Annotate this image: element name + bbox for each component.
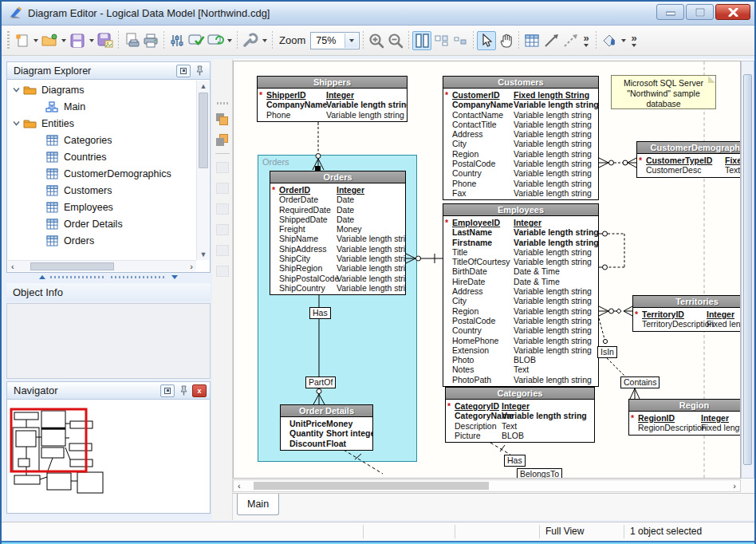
new-relationship-button[interactable] [541,31,561,50]
canvas-scroll-right-icon[interactable]: › [733,481,736,491]
entity-customers[interactable]: Customers*CustomerIDFixed length StringC… [443,76,599,200]
toolbar-overflow2-chevron[interactable]: » [632,34,637,42]
regenerate-button[interactable] [206,31,225,50]
close-button[interactable] [715,4,750,20]
diagram-explorer-header[interactable]: Diagram Explorer [6,61,211,80]
relationship-label-isin[interactable]: IsIn [597,346,617,358]
print-button[interactable] [141,31,160,50]
zoom-out-button[interactable] [386,31,405,50]
diagram-properties-button[interactable] [167,31,187,50]
tree-item-customerdemographics[interactable]: CustomerDemographics [9,165,195,182]
save-dropdown[interactable] [87,31,96,50]
select-tool-button[interactable] [477,31,496,50]
new-diagram-button[interactable] [12,31,31,50]
align-top-button[interactable] [214,220,231,239]
format-painter-dropdown[interactable] [619,31,628,50]
title-bar[interactable]: Diagram Editor - Logical Data Model [Nor… [2,2,754,26]
align-bottom-button[interactable] [214,262,231,281]
entity-employees[interactable]: Employees*EmployeeIDIntegerLastNameVaria… [443,203,599,387]
new-diagram-dropdown[interactable] [31,31,40,50]
new-nonidentifying-relationship-button[interactable] [561,31,580,50]
entity-region[interactable]: Region*RegionIDIntegerRegionDescriptionF… [628,399,741,436]
view-small-button[interactable] [451,31,470,50]
navigator-thumbnail[interactable] [6,400,211,514]
align-center-button[interactable] [214,179,231,198]
side-toolbar-grip[interactable] [217,102,228,104]
tree-hscroll-thumb[interactable] [30,262,114,270]
tools-dropdown[interactable] [260,31,269,50]
tree-item-main[interactable]: Main [9,98,195,115]
view-full-button[interactable] [412,31,431,50]
open-button[interactable] [40,31,59,50]
entity-territories[interactable]: Territories*TerritoryIDIntegerTerritoryD… [632,295,741,332]
canvas-vertical-scrollbar[interactable] [741,61,754,479]
tree-horizontal-scrollbar[interactable]: ‹ › [8,260,196,271]
scroll-right-icon[interactable]: › [190,262,193,271]
toolbar-grip[interactable] [7,31,10,50]
zoom-combobox[interactable]: 75% [310,32,360,49]
toolbar-overflow-chevron[interactable]: » [584,34,589,42]
tab-main[interactable]: Main [237,494,279,515]
tree-item-employees[interactable]: Employees [9,199,195,215]
relationship-label-has[interactable]: Has [309,307,331,319]
canvas-horizontal-scrollbar[interactable]: ‹ › [233,479,741,492]
navigator-pin-icon[interactable] [176,384,191,397]
new-entity-button[interactable] [522,31,541,50]
toolbar-overflow-dropdown[interactable] [584,44,589,47]
tree-item-categories[interactable]: Categories [9,132,195,148]
object-info-header[interactable]: Object Info [6,283,211,302]
align-middle-button[interactable] [214,241,231,260]
save-button[interactable] [68,31,87,50]
tools-button[interactable] [241,31,260,50]
format-painter-button[interactable] [600,31,619,50]
relationship-label-has[interactable]: Has [504,455,526,467]
scroll-left-icon[interactable]: ‹ [11,262,14,271]
entity-order-details[interactable]: Order DetailsUnitPriceMoneyQuantityShort… [280,404,373,451]
align-left-button[interactable] [214,158,231,177]
splitter-down-icon[interactable] [171,275,178,279]
chevron-down-icon[interactable] [10,87,22,93]
canvas-hscroll-thumb[interactable] [254,482,489,490]
save-as-button[interactable] [96,31,115,50]
tree-item-customers[interactable]: Customers [9,182,195,199]
navigator-restore-button[interactable] [160,384,175,397]
entity-orders[interactable]: Orders*OrderIDIntegerOrderDateDateRequir… [270,171,406,295]
bring-to-front-button[interactable] [214,109,231,128]
print-preview-button[interactable] [122,31,141,50]
open-dropdown[interactable] [59,31,68,50]
entity-shippers[interactable]: Shippers*ShipperIDIntegerCompanyNameVari… [257,76,408,122]
relationship-label-contains[interactable]: Contains [620,376,660,388]
tree-vertical-scrollbar[interactable]: ▲ ▼ [196,81,209,260]
chevron-down-icon[interactable] [10,120,22,126]
tree-item-countries[interactable]: Countries [9,148,195,165]
regenerate-dropdown[interactable] [225,31,234,50]
panel-splitter[interactable] [6,273,211,282]
splitter-up-icon[interactable] [39,275,45,279]
toolbar-overflow2-dropdown[interactable] [632,44,636,47]
scroll-up-icon[interactable]: ▲ [197,81,210,92]
navigator-close-icon[interactable]: x [192,384,207,397]
tree-item-diagrams[interactable]: Diagrams [9,81,195,98]
zoom-combobox-arrow[interactable] [345,34,358,48]
pin-icon[interactable] [192,65,207,77]
navigator-header[interactable]: Navigator x [6,381,211,400]
diagram-canvas[interactable]: Orders [233,61,741,479]
minimize-button[interactable] [656,4,684,20]
align-right-button[interactable] [214,199,231,219]
dock-restore-button[interactable] [176,65,191,77]
entity-categories[interactable]: Categories*CategoryIDIntegerCategoryName… [445,387,595,443]
maximize-button[interactable] [686,4,714,20]
relationship-label-partof[interactable]: PartOf [305,376,336,388]
tree-item-order-details[interactable]: Order Details [9,215,195,232]
tree-item-orders[interactable]: Orders [9,232,195,249]
zoom-in-button[interactable] [367,31,386,50]
scroll-down-icon[interactable]: ▼ [197,249,210,260]
canvas-vscroll-thumb[interactable] [743,74,752,465]
send-to-back-button[interactable] [214,130,231,149]
tree-vscroll-thumb[interactable] [199,93,208,168]
view-medium-button[interactable] [431,31,451,50]
relationship-label-belongsto[interactable]: BelongsTo [517,468,562,479]
canvas-scroll-left-icon[interactable]: ‹ [238,481,241,491]
note-box[interactable]: Microsoft SQL Server "Northwind" sample … [611,75,716,109]
entity-customerdemographics[interactable]: CustomerDemographics*CustomerTypeIDFixed… [636,141,741,178]
